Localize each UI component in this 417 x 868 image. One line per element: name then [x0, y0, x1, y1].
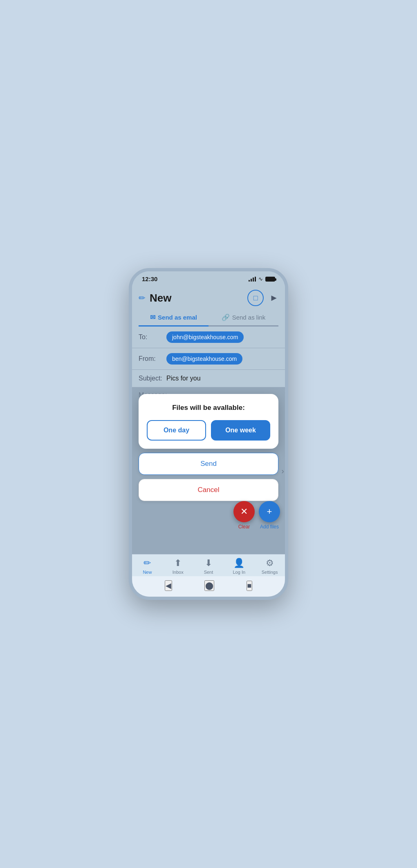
nav-label-sent: Sent	[204, 570, 213, 575]
clear-button[interactable]: ✕	[233, 501, 255, 522]
from-field-row: From: ben@bigsteakhouse.com	[132, 348, 285, 370]
inbox-nav-icon: ⬆	[174, 558, 182, 568]
nav-label-login: Log In	[233, 570, 245, 575]
nav-label-settings: Settings	[262, 570, 278, 575]
nav-label-inbox: Inbox	[173, 570, 184, 575]
dialog-options: One day One week	[147, 420, 270, 441]
one-week-button[interactable]: One week	[211, 420, 270, 441]
chevron-right-icon: ›	[281, 466, 284, 476]
edit-icon: ✏	[139, 293, 146, 303]
tab-link[interactable]: 🔗 Send as link	[208, 309, 278, 327]
clear-icon: ✕	[240, 506, 248, 517]
form-fields: To: john@bigsteakhouse.com From: ben@big…	[132, 327, 285, 387]
login-nav-icon: 👤	[233, 558, 244, 568]
message-area: Message: Files will be avallable: One da…	[132, 387, 285, 554]
nav-item-settings[interactable]: ⚙ Settings	[258, 558, 282, 575]
nav-label-new: New	[143, 570, 152, 575]
recent-button[interactable]: ■	[247, 581, 253, 591]
to-email-chip[interactable]: john@bigsteakhouse.com	[166, 331, 244, 343]
modal-overlay: Files will be avallable: One day One wee…	[132, 387, 285, 554]
nav-item-new[interactable]: ✏ New	[135, 558, 159, 575]
fab-group: ✕ Clear + Add files	[233, 501, 280, 530]
chat-icon: □	[253, 294, 258, 302]
tab-link-label: Send as link	[232, 314, 266, 321]
bottom-nav: ✏ New ⬆ Inbox ⬇ Sent 👤 Log In ⚙ Settings	[132, 554, 285, 576]
send-header-button[interactable]: ►	[269, 293, 278, 303]
status-bar: 12:30 ∿	[132, 271, 285, 285]
subject-field-row: Subject: Pics for you	[132, 370, 285, 387]
status-time: 12:30	[142, 275, 157, 282]
sent-nav-icon: ⬇	[205, 558, 212, 568]
header: ✏ New □ ►	[132, 285, 285, 309]
header-left: ✏ New	[139, 292, 171, 304]
send-button[interactable]: Send	[139, 453, 278, 475]
add-icon: +	[267, 506, 272, 517]
one-day-button[interactable]: One day	[147, 420, 206, 441]
wifi-icon: ∿	[258, 276, 263, 282]
email-tab-icon: ✉	[150, 313, 155, 321]
new-nav-icon: ✏	[143, 558, 151, 568]
to-label: To:	[139, 333, 163, 341]
battery-icon	[265, 277, 275, 282]
availability-dialog: Files will be avallable: One day One wee…	[139, 394, 278, 449]
cancel-button[interactable]: Cancel	[139, 479, 278, 501]
clear-label: Clear	[238, 524, 250, 530]
add-files-label: Add files	[260, 524, 279, 530]
from-email-chip[interactable]: ben@bigsteakhouse.com	[166, 353, 242, 365]
chat-button[interactable]: □	[247, 290, 264, 306]
to-field-row: To: john@bigsteakhouse.com	[132, 327, 285, 348]
send-arrow-icon: ►	[269, 293, 278, 303]
nav-item-inbox[interactable]: ⬆ Inbox	[166, 558, 190, 575]
from-label: From:	[139, 355, 163, 362]
phone-frame: 12:30 ∿ ✏ New □ ►	[129, 268, 288, 600]
app-content: ✏ New □ ► ✉ Send as emal 🔗 Send as link	[132, 285, 285, 597]
nav-item-login[interactable]: 👤 Log In	[227, 558, 251, 575]
back-button[interactable]: ◀	[165, 580, 172, 591]
header-right: □ ►	[247, 290, 278, 306]
status-icons: ∿	[249, 276, 275, 282]
subject-label: Subject:	[139, 375, 163, 382]
fab-area: ✕ Clear + Add files	[233, 501, 280, 530]
page-title: New	[150, 292, 171, 304]
system-nav: ◀ ⬤ ■	[132, 576, 285, 597]
signal-icon	[249, 277, 256, 282]
tab-bar: ✉ Send as emal 🔗 Send as link	[132, 309, 285, 327]
tab-email-label: Send as emal	[158, 314, 197, 321]
add-files-button[interactable]: +	[259, 501, 280, 522]
subject-value[interactable]: Pics for you	[166, 375, 201, 382]
home-button[interactable]: ⬤	[204, 580, 214, 591]
add-fab-item: + Add files	[259, 501, 280, 530]
nav-item-sent[interactable]: ⬇ Sent	[196, 558, 221, 575]
dialog-title: Files will be avallable:	[147, 404, 270, 412]
tab-email[interactable]: ✉ Send as emal	[139, 309, 208, 327]
link-tab-icon: 🔗	[222, 313, 230, 321]
clear-fab-item: ✕ Clear	[233, 501, 255, 530]
settings-nav-icon: ⚙	[266, 558, 274, 568]
